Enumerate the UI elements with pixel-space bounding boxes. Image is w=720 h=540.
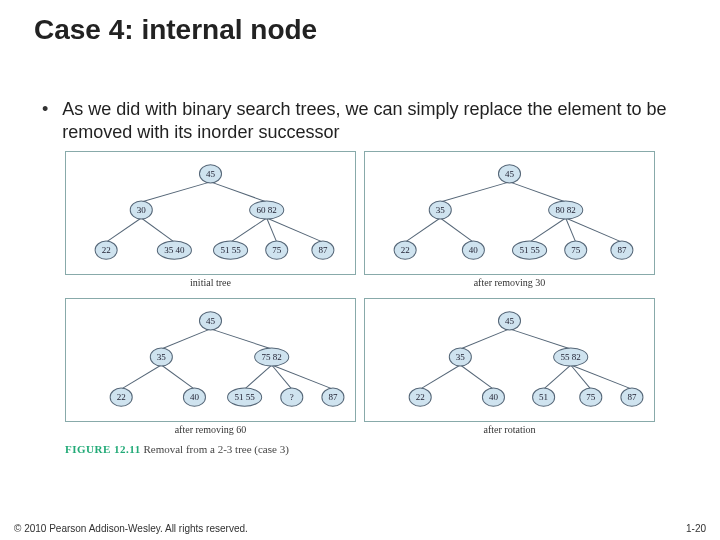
svg-text:75: 75 — [272, 245, 282, 255]
svg-line-46 — [161, 329, 210, 349]
svg-text:30: 30 — [137, 205, 147, 215]
panel-caption: after removing 60 — [65, 424, 356, 435]
svg-text:51: 51 — [539, 392, 548, 402]
svg-line-26 — [440, 218, 473, 242]
svg-line-0 — [141, 182, 210, 202]
svg-text:51  55: 51 55 — [234, 392, 255, 402]
svg-text:87: 87 — [627, 392, 637, 402]
page-number: 1-20 — [686, 523, 706, 534]
svg-text:45: 45 — [505, 316, 515, 326]
svg-text:35: 35 — [157, 352, 167, 362]
svg-line-2 — [106, 218, 141, 242]
svg-text:51  55: 51 55 — [220, 245, 241, 255]
svg-text:51  55: 51 55 — [519, 245, 540, 255]
svg-line-52 — [272, 365, 333, 389]
tree-panel: 453580 82224051 557587 — [364, 151, 655, 275]
svg-text:60  82: 60 82 — [257, 205, 278, 215]
svg-text:87: 87 — [328, 392, 338, 402]
svg-line-48 — [121, 365, 161, 389]
figure-12-11: 453060 822235 4051 557587initial tree453… — [65, 151, 655, 455]
bullet-text: As we did with binary search trees, we c… — [62, 98, 686, 143]
svg-text:40: 40 — [489, 392, 499, 402]
panel-caption: initial tree — [65, 277, 356, 288]
svg-line-24 — [510, 182, 566, 202]
svg-text:35: 35 — [436, 205, 446, 215]
bullet-item: • As we did with binary search trees, we… — [0, 52, 720, 151]
svg-text:40: 40 — [469, 245, 479, 255]
svg-text:45: 45 — [206, 316, 216, 326]
panel-caption: after removing 30 — [364, 277, 655, 288]
svg-line-25 — [405, 218, 440, 242]
svg-line-69 — [460, 329, 509, 349]
svg-text:22: 22 — [117, 392, 127, 402]
page-title: Case 4: internal node — [0, 0, 720, 48]
svg-text:45: 45 — [206, 169, 216, 179]
bullet-marker: • — [42, 98, 48, 143]
svg-line-72 — [460, 365, 493, 389]
svg-line-49 — [161, 365, 194, 389]
svg-text:80  82: 80 82 — [556, 205, 577, 215]
svg-text:75  82: 75 82 — [262, 352, 283, 362]
svg-text:87: 87 — [617, 245, 627, 255]
svg-line-27 — [530, 218, 566, 242]
tree-panel: 453575 82224051 55?87 — [65, 298, 356, 422]
svg-text:35: 35 — [456, 352, 466, 362]
panel-caption: after rotation — [364, 424, 655, 435]
svg-text:?: ? — [290, 392, 294, 402]
svg-line-75 — [571, 365, 632, 389]
svg-line-73 — [544, 365, 571, 389]
tree-panel: 453555 822240517587 — [364, 298, 655, 422]
svg-text:22: 22 — [401, 245, 411, 255]
svg-line-23 — [440, 182, 509, 202]
figure-number: FIGURE 12.11 — [65, 443, 141, 455]
svg-line-4 — [231, 218, 267, 242]
svg-line-50 — [245, 365, 272, 389]
svg-text:55  82: 55 82 — [561, 352, 582, 362]
svg-text:45: 45 — [505, 169, 515, 179]
figure-caption: Removal from a 2-3 tree (case 3) — [143, 443, 288, 455]
svg-text:87: 87 — [318, 245, 328, 255]
svg-text:40: 40 — [190, 392, 200, 402]
copyright-text: © 2010 Pearson Addison-Wesley. All right… — [14, 523, 248, 534]
svg-text:22: 22 — [102, 245, 112, 255]
svg-line-1 — [211, 182, 267, 202]
svg-text:35  40: 35 40 — [164, 245, 185, 255]
svg-line-71 — [420, 365, 460, 389]
tree-panel: 453060 822235 4051 557587 — [65, 151, 356, 275]
svg-text:75: 75 — [571, 245, 581, 255]
svg-line-70 — [510, 329, 571, 349]
svg-line-47 — [211, 329, 272, 349]
svg-line-3 — [141, 218, 174, 242]
svg-text:75: 75 — [586, 392, 596, 402]
svg-text:22: 22 — [416, 392, 426, 402]
